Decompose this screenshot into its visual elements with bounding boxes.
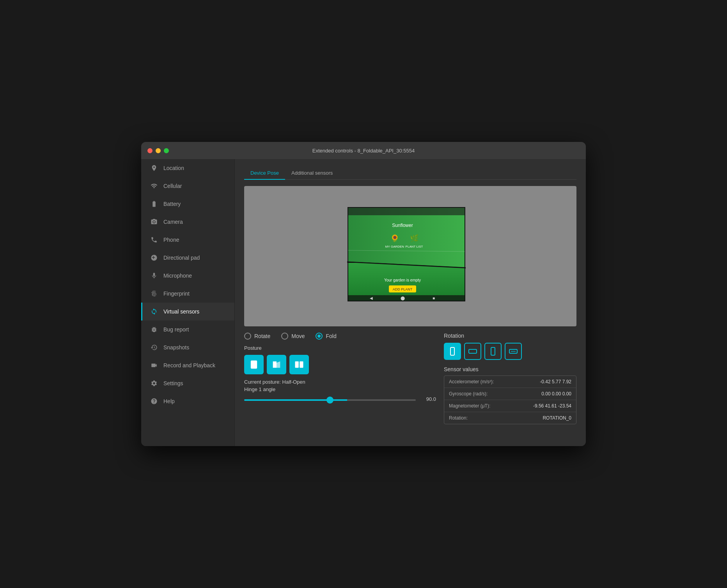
current-posture: Current posture: Half-Open (244, 379, 436, 385)
sidebar-label-dpad: Directional pad (163, 255, 200, 261)
svg-point-0 (153, 221, 155, 223)
sidebar-item-virtual-sensors[interactable]: Virtual sensors (141, 303, 234, 321)
sidebar-label-fingerprint: Fingerprint (163, 290, 190, 297)
camera-icon (150, 218, 158, 226)
sidebar-item-bug-report[interactable]: Bug report (141, 321, 234, 338)
svg-marker-1 (348, 207, 465, 268)
close-button[interactable] (147, 148, 152, 153)
sidebar-item-microphone[interactable]: Microphone (141, 267, 234, 285)
battery-icon (150, 200, 158, 208)
sidebar-item-help[interactable]: Help (141, 392, 234, 410)
sidebar-item-snapshots[interactable]: Snapshots (141, 338, 234, 356)
sensor-row-magnetometer: Magnetometer (μT): -9.56 41.61 -23.54 (444, 400, 576, 412)
posture-btn-open[interactable] (289, 355, 309, 374)
sidebar-item-record-playback[interactable]: Record and Playback (141, 356, 234, 374)
move-option[interactable]: Move (281, 333, 305, 340)
gyroscope-label: Gyroscope (rad/s): (449, 391, 541, 397)
minimize-button[interactable] (156, 148, 161, 153)
svg-text:■: ■ (433, 296, 435, 300)
sidebar-item-phone[interactable]: Phone (141, 231, 234, 249)
move-label: Move (291, 333, 305, 339)
settings-icon (150, 379, 158, 387)
svg-text:⬤: ⬤ (401, 296, 405, 301)
posture-btn-closed[interactable] (244, 355, 264, 374)
sidebar-item-cellular[interactable]: Cellular (141, 177, 234, 195)
snapshots-icon (150, 344, 158, 351)
rot-landscape-reverse[interactable] (505, 343, 522, 360)
help-icon (150, 397, 158, 405)
svg-rect-21 (295, 361, 299, 368)
sensor-section: Rotation (444, 333, 576, 438)
rotate-option[interactable]: Rotate (244, 333, 270, 340)
svg-text:🌿: 🌿 (410, 234, 419, 243)
svg-rect-4 (348, 207, 465, 215)
window-title: Extended controls - 8_Foldable_API_30:55… (312, 148, 415, 154)
svg-rect-14 (348, 295, 465, 301)
move-radio[interactable] (281, 333, 288, 340)
hinge-slider[interactable] (244, 399, 416, 401)
svg-rect-22 (300, 361, 303, 368)
cellular-icon (150, 182, 158, 190)
slider-value: 90.0 (420, 396, 436, 402)
sidebar-item-camera[interactable]: Camera (141, 213, 234, 231)
rotate-label: Rotate (254, 333, 270, 339)
bug-report-icon (150, 326, 158, 333)
sidebar-item-directional-pad[interactable]: Directional pad (141, 249, 234, 267)
svg-marker-19 (273, 361, 277, 368)
mode-selector: Rotate Move Fold (244, 333, 436, 340)
gyroscope-value: 0.00 0.00 0.00 (541, 391, 571, 397)
sensor-row-accelerometer: Accelerometer (m/s²): -0.42 5.77 7.92 (444, 376, 576, 388)
svg-text:Sunflower: Sunflower (392, 223, 413, 228)
svg-text:🌻: 🌻 (390, 234, 399, 243)
rotation-sensor-label: Rotation: (449, 415, 543, 421)
svg-text:PLANT LIST: PLANT LIST (406, 245, 423, 248)
rotation-buttons (444, 343, 576, 360)
svg-text:Your garden is empty: Your garden is empty (384, 278, 421, 282)
posture-btn-halfopen[interactable] (267, 355, 286, 374)
sensor-table: Accelerometer (m/s²): -0.42 5.77 7.92 Gy… (444, 375, 576, 424)
tab-additional-sensors[interactable]: Additional sensors (285, 167, 339, 180)
sidebar-label-location: Location (163, 165, 184, 171)
slider-row: 90.0 (244, 395, 436, 402)
svg-rect-18 (251, 361, 257, 369)
rot-landscape[interactable] (464, 343, 481, 360)
location-icon (150, 164, 158, 172)
microphone-icon (150, 272, 158, 280)
magnetometer-label: Magnetometer (μT): (449, 403, 533, 409)
titlebar: Extended controls - 8_Foldable_API_30:55… (141, 142, 586, 159)
sidebar-label-snapshots: Snapshots (163, 344, 189, 351)
magnetometer-value: -9.56 41.61 -23.54 (533, 403, 571, 409)
hinge-label: Hinge 1 angle (244, 386, 436, 392)
sidebar-item-fingerprint[interactable]: Fingerprint (141, 285, 234, 303)
maximize-button[interactable] (164, 148, 169, 153)
virtual-sensors-icon (150, 308, 158, 315)
sensor-values-label: Sensor values (444, 366, 576, 372)
rotate-radio[interactable] (244, 333, 251, 340)
svg-text:◀: ◀ (370, 296, 373, 300)
fingerprint-icon (150, 290, 158, 298)
sensor-row-gyroscope: Gyroscope (rad/s): 0.00 0.00 0.00 (444, 388, 576, 400)
sidebar-item-location[interactable]: Location (141, 159, 234, 177)
fold-option[interactable]: Fold (316, 333, 336, 340)
rot-portrait[interactable] (444, 343, 461, 360)
sidebar-label-phone: Phone (163, 237, 179, 243)
content-area: Location Cellular Battery Camera (141, 159, 586, 446)
sidebar-item-settings[interactable]: Settings (141, 374, 234, 392)
record-playback-icon (150, 361, 158, 369)
rotation-sensor-value: ROTATION_0 (543, 415, 571, 421)
accelerometer-value: -0.42 5.77 7.92 (540, 379, 571, 384)
sidebar-label-settings: Settings (163, 380, 183, 386)
fold-radio[interactable] (316, 333, 323, 340)
fold-label: Fold (326, 333, 336, 339)
sidebar-label-virtual-sensors: Virtual sensors (163, 308, 199, 315)
rot-portrait-reverse[interactable] (484, 343, 502, 360)
bottom-section: Rotate Move Fold Posture (244, 333, 576, 438)
phone-icon (150, 236, 158, 244)
controls-section: Rotate Move Fold Posture (244, 333, 436, 438)
device-preview: Sunflower 🌻 🌿 MY GARDEN PLANT LIST Your … (244, 186, 576, 326)
svg-rect-25 (491, 347, 495, 355)
sidebar-label-microphone: Microphone (163, 273, 192, 279)
traffic-lights (147, 148, 169, 153)
sidebar-item-battery[interactable]: Battery (141, 195, 234, 213)
tab-device-pose[interactable]: Device Pose (244, 167, 285, 180)
